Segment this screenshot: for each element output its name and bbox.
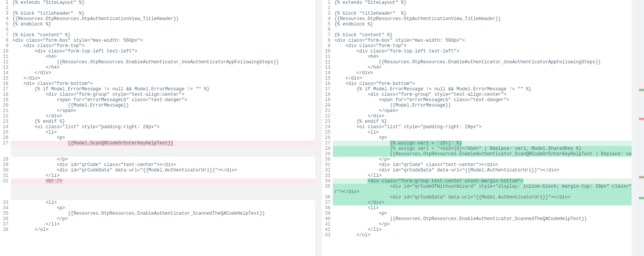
left-minimap[interactable]: [315, 0, 322, 256]
code-line[interactable]: [333, 27, 632, 32]
code-line[interactable]: <div class="form-group text-center unset…: [333, 178, 632, 184]
code-line[interactable]: </div>: [333, 70, 632, 76]
code-line[interactable]: <div class="form-box" style="max-width: …: [333, 38, 632, 43]
code-line[interactable]: </li>: [333, 173, 632, 178]
code-line[interactable]: [11, 27, 315, 32]
code-line[interactable]: <div id="qrCodeOfWithoutWizard" style="d…: [333, 184, 632, 189]
code-line[interactable]: <h4>: [333, 54, 632, 59]
code-line[interactable]: <div class="form-top">: [11, 43, 315, 49]
code-line[interactable]: {{Model.ErrorMessage}}: [11, 103, 315, 108]
code-line[interactable]: <br />: [11, 178, 315, 184]
code-line[interactable]: <p>: [333, 135, 632, 141]
code-line[interactable]: <div id="qrCodeData" data-url="{{Model.A…: [11, 168, 315, 173]
code-line[interactable]: {% block "titleheader" %}: [333, 11, 632, 16]
code-line[interactable]: [11, 195, 315, 200]
code-line[interactable]: </div>: [11, 76, 315, 81]
code-line[interactable]: {{Resources.OtpResources.EnableAuthentic…: [11, 59, 315, 65]
right-code-area[interactable]: {% extends "SiteLayout" %}{% block "titl…: [333, 0, 632, 256]
code-line[interactable]: {% if Model.ErrorMessage != null && Mode…: [333, 86, 632, 92]
code-line[interactable]: </p>: [11, 157, 315, 162]
code-line[interactable]: </li>: [11, 173, 315, 178]
line-number: [0, 184, 8, 189]
code-line[interactable]: <div id="qrCode" class="text-center"></d…: [11, 162, 315, 168]
code-line[interactable]: [333, 5, 632, 11]
right-minimap[interactable]: [632, 0, 639, 256]
scroll-diff-marker[interactable]: [639, 89, 644, 91]
code-line[interactable]: <div class="form-top">: [333, 43, 632, 49]
code-line[interactable]: <li>: [11, 200, 315, 205]
code-line[interactable]: </span>: [333, 108, 632, 114]
code-line[interactable]: {% endif %}: [11, 119, 315, 124]
code-line[interactable]: <div class="form-box" style="max-width: …: [11, 38, 315, 43]
code-line[interactable]: {{Resources.OtpResources.EnableAuthentic…: [11, 211, 315, 216]
code-line[interactable]: <li>: [11, 130, 315, 135]
vertical-scrollbar[interactable]: [639, 0, 644, 256]
code-line[interactable]: {% extends "SiteLayout" %}: [11, 0, 315, 5]
code-line[interactable]: <span for="errorMessageLb" class="text-d…: [11, 97, 315, 103]
code-line[interactable]: {% extends "SiteLayout" %}: [333, 0, 632, 5]
code-line[interactable]: {% endif %}: [333, 119, 632, 124]
left-line-gutter: 1234567891011121314151617181920212223242…: [0, 0, 11, 256]
code-line[interactable]: [11, 189, 315, 195]
code-line[interactable]: <p>: [11, 135, 315, 141]
code-line[interactable]: {{Model.ErrorMessage}}: [333, 103, 632, 108]
code-line[interactable]: {{Resources.OtpResources.EnableAuthentic…: [333, 151, 632, 157]
code-line[interactable]: {% endblock %}: [11, 22, 315, 27]
code-line[interactable]: </div>: [333, 114, 632, 119]
code-line[interactable]: [11, 146, 315, 151]
code-line[interactable]: </div>: [333, 76, 632, 81]
code-line[interactable]: <ol class="list" style="padding-right: 2…: [11, 124, 315, 130]
code-line[interactable]: [11, 184, 315, 189]
code-line[interactable]: [11, 151, 315, 157]
code-line[interactable]: </div>: [333, 200, 632, 205]
code-line[interactable]: {% assign var2 = "<kbd>{0}</kbd>" | Repl…: [333, 146, 632, 151]
scroll-diff-marker[interactable]: [639, 176, 644, 178]
code-line[interactable]: </p>: [11, 216, 315, 222]
code-line[interactable]: </li>: [333, 227, 632, 232]
code-line[interactable]: {{Model.ScanQRCodeOrEnterKeyHelpText}}: [11, 141, 315, 146]
scroll-diff-marker[interactable]: [639, 118, 644, 120]
code-line[interactable]: </div>: [11, 114, 315, 119]
code-line[interactable]: <li>: [333, 205, 632, 211]
code-line[interactable]: {{Resources.OtpResources.EnableAuthentic…: [333, 59, 632, 65]
code-line[interactable]: </h4>: [11, 65, 315, 70]
code-line[interactable]: {% block "content" %}: [11, 32, 315, 38]
code-line[interactable]: <div class="form-top-left text-left">: [333, 49, 632, 54]
code-line[interactable]: </h4>: [333, 65, 632, 70]
code-line[interactable]: <div id="qrCode" class="text-center"></d…: [333, 162, 632, 168]
code-line[interactable]: </p>: [333, 157, 632, 162]
code-line[interactable]: r"></div>: [333, 189, 632, 195]
code-line[interactable]: <div id="qrCodeData" data-url="{{Model.A…: [333, 168, 632, 173]
code-line[interactable]: <span for="errorMessageLb" class="text-d…: [333, 97, 632, 103]
code-line[interactable]: <div class="form-bottom">: [333, 81, 632, 86]
code-line[interactable]: {{Resources.OtpResources.OtpAuthenticati…: [11, 16, 315, 22]
code-line[interactable]: {% block "content" %}: [333, 32, 632, 38]
line-number: 25: [322, 130, 330, 135]
scroll-diff-marker[interactable]: [639, 197, 644, 199]
line-number: 43: [322, 232, 330, 238]
code-line[interactable]: {{Resources.OtpResources.EnableAuthentic…: [333, 216, 632, 222]
code-line[interactable]: {% endblock %}: [333, 22, 632, 27]
code-line[interactable]: <div class="form-top-left text-left">: [11, 49, 315, 54]
code-line[interactable]: </p>: [333, 222, 632, 227]
code-line[interactable]: <p>: [11, 205, 315, 211]
code-line[interactable]: <li>: [333, 130, 632, 135]
code-line[interactable]: </ol>: [333, 232, 632, 238]
code-line[interactable]: {% if Model.ErrorMessage != null && Mode…: [11, 86, 315, 92]
code-line[interactable]: <h4>: [11, 54, 315, 59]
code-line[interactable]: {{Resources.OtpResources.OtpAuthenticati…: [333, 16, 632, 22]
code-line[interactable]: </span>: [11, 108, 315, 114]
code-line[interactable]: {% assign var1 = '{0\}' %}: [333, 141, 632, 146]
code-line[interactable]: <ol class="list" style="padding-right: 2…: [333, 124, 632, 130]
code-line[interactable]: <p>: [333, 211, 632, 216]
code-line[interactable]: </li>: [11, 222, 315, 227]
code-line[interactable]: <div id="qrCodeData" data-url="{{Model.A…: [333, 195, 632, 200]
code-line[interactable]: </ol>: [11, 227, 315, 232]
code-line[interactable]: <div class="form-group" style="text-alig…: [333, 92, 632, 97]
code-line[interactable]: </div>: [11, 70, 315, 76]
code-line[interactable]: <div class="form-group" style="text-alig…: [11, 92, 315, 97]
code-line[interactable]: [11, 5, 315, 11]
code-line[interactable]: {% block "titleheader" %}: [11, 11, 315, 16]
code-line[interactable]: <div class="form-bottom">: [11, 81, 315, 86]
left-code-area[interactable]: {% extends "SiteLayout" %}{% block "titl…: [11, 0, 315, 256]
